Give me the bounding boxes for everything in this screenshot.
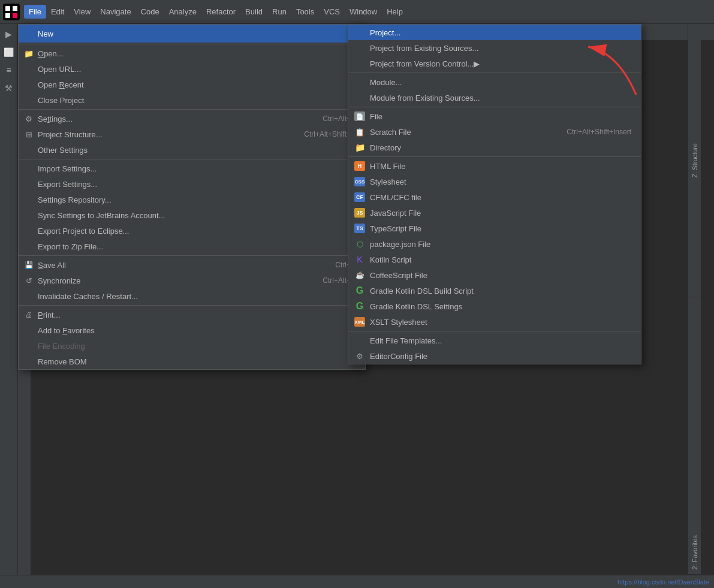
menu-item-import-settings[interactable]: Import Settings... — [19, 161, 365, 176]
menu-run[interactable]: Run — [267, 5, 291, 19]
coffeescript-label: CoffeeScript File — [370, 271, 427, 280]
menu-item-print[interactable]: 🖨 Print... — [19, 307, 365, 322]
submenu-item-coffeescript[interactable]: ☕ CoffeeScript File — [348, 267, 641, 283]
kotlin-icon: K — [353, 253, 366, 266]
menu-item-add-favorites[interactable]: Add to Favorites ▶ — [19, 322, 365, 338]
submenu-item-directory[interactable]: 📁 Directory — [348, 140, 641, 155]
html-icon: H — [353, 159, 366, 173]
stylesheet-label: Stylesheet — [370, 177, 406, 186]
submenu-item-xslt[interactable]: XML XSLT Stylesheet — [348, 314, 641, 330]
menu-item-project-structure[interactable]: ⊞ Project Structure... Ctrl+Alt+Shift+S — [19, 126, 365, 142]
menu-item-export-settings[interactable]: Export Settings... — [19, 176, 365, 192]
coffee-icon: ☕ — [353, 269, 366, 282]
separator-2 — [19, 109, 365, 110]
menu-item-settings[interactable]: ⚙ Settings... Ctrl+Alt+S — [19, 111, 365, 126]
menu-item-export-eclipse[interactable]: Export Project to Eclipse... — [19, 223, 365, 239]
scratch-file-shortcut: Ctrl+Alt+Shift+Insert — [567, 128, 631, 136]
scratch-file-label: Scratch File — [370, 128, 411, 137]
submenu-item-html[interactable]: H HTML File — [348, 158, 641, 174]
file-encoding-label: File Encoding — [38, 342, 85, 351]
submenu-item-kotlin-script[interactable]: K Kotlin Script — [348, 252, 641, 267]
sidebar-icon-3[interactable]: ≡ — [1, 62, 17, 78]
menu-code[interactable]: Code — [136, 5, 164, 19]
submenu-item-module-existing[interactable]: Module from Existing Sources... — [348, 90, 641, 105]
export-zip-label: Export to Zip File... — [38, 242, 103, 251]
submenu-item-gradle-build[interactable]: G Gradle Kotlin DSL Build Script — [348, 283, 641, 298]
sidebar-icon-4[interactable]: ⚒ — [1, 80, 17, 96]
sidebar-icon-2[interactable]: ⬜ — [1, 44, 17, 60]
favorites-section[interactable]: 2: Favorites — [688, 297, 701, 575]
package-json-label: package.json File — [370, 240, 430, 249]
module-existing-label: Module from Existing Sources... — [370, 94, 480, 102]
menu-item-new[interactable]: New ▶ — [19, 25, 365, 43]
menu-item-export-zip[interactable]: Export to Zip File... — [19, 239, 365, 254]
app-logo — [2, 3, 20, 21]
status-bar: https://blog.csdn.net/DaenSlate — [0, 575, 714, 588]
menu-window[interactable]: Window — [345, 5, 382, 19]
sync-icon: ↺ — [23, 275, 34, 286]
menu-help[interactable]: Help — [382, 5, 408, 19]
submenu-item-editorconfig[interactable]: ⚙ EditorConfig File — [348, 348, 641, 364]
print-icon: 🖨 — [23, 309, 34, 320]
sub-separator-2 — [348, 107, 641, 107]
menu-build[interactable]: Build — [240, 5, 267, 19]
menu-edit[interactable]: Edit — [46, 5, 69, 19]
import-settings-label: Import Settings... — [38, 164, 97, 173]
submenu-item-gradle-settings[interactable]: G Gradle Kotlin DSL Settings — [348, 298, 641, 314]
structure-section[interactable]: Z: Structure — [688, 24, 701, 297]
menu-item-sync-settings[interactable]: Sync Settings to JetBrains Account... — [19, 207, 365, 223]
separator-1 — [19, 44, 365, 44]
favorites-sidebar: Z: Structure 2: Favorites — [688, 24, 701, 575]
menu-item-open[interactable]: 📁 Open... — [19, 46, 365, 61]
menu-item-synchronize[interactable]: ↺ Synchronize Ctrl+Alt+Y — [19, 273, 365, 288]
xslt-label: XSLT Stylesheet — [370, 318, 427, 327]
menu-item-remove-bom[interactable]: Remove BOM — [19, 354, 365, 369]
sidebar-icon-1[interactable]: ▶ — [1, 26, 17, 42]
menu-item-other-settings[interactable]: Other Settings ▶ — [19, 142, 365, 158]
remove-bom-label: Remove BOM — [38, 357, 87, 366]
synchronize-label: Synchronize — [38, 276, 81, 285]
submenu-item-javascript[interactable]: JS JavaScript File — [348, 205, 641, 221]
sync-settings-label: Sync Settings to JetBrains Account... — [38, 211, 165, 220]
submenu-item-stylesheet[interactable]: CSS Stylesheet — [348, 174, 641, 189]
open-label: O — [38, 49, 44, 58]
submenu-item-project-vcs[interactable]: Project from Version Control... ▶ — [348, 56, 641, 71]
submenu-item-cfml[interactable]: CF CFML/CFC file — [348, 189, 641, 205]
submenu-item-file[interactable]: 📄 File — [348, 108, 641, 124]
other-settings-label: Other Settings — [38, 146, 88, 155]
menu-item-close-project[interactable]: Close Project — [19, 92, 365, 108]
gradle-build-icon: G — [353, 284, 366, 297]
menu-tools[interactable]: Tools — [291, 5, 319, 19]
menu-refactor[interactable]: Refactor — [201, 5, 240, 19]
menu-item-open-url[interactable]: Open URL... — [19, 61, 365, 77]
submenu-item-typescript[interactable]: TS TypeScript File — [348, 221, 641, 236]
menu-view[interactable]: View — [69, 5, 95, 19]
invalidate-caches-label: Invalidate Caches / Restart... — [38, 292, 138, 301]
directory-label: Directory — [370, 143, 401, 152]
menu-analyze[interactable]: Analyze — [164, 5, 201, 19]
menu-navigate[interactable]: Navigate — [95, 5, 135, 19]
menu-file[interactable]: File — [24, 5, 46, 19]
svg-rect-4 — [13, 13, 17, 18]
save-icon: 💾 — [23, 260, 34, 270]
submenu-item-package-json[interactable]: ⬡ package.json File — [348, 236, 641, 252]
submenu-item-edit-templates[interactable]: Edit File Templates... — [348, 333, 641, 348]
menu-item-save-all[interactable]: 💾 Save All Ctrl+S — [19, 257, 365, 273]
menu-item-invalidate-caches[interactable]: Invalidate Caches / Restart... — [19, 288, 365, 304]
kotlin-script-label: Kotlin Script — [370, 255, 411, 264]
css-icon: CSS — [353, 175, 366, 188]
file-label: File — [370, 112, 382, 121]
menu-item-open-recent[interactable]: Open Recent ▶ — [19, 77, 365, 92]
folder-icon: 📁 — [23, 48, 34, 59]
menu-item-settings-repo[interactable]: Settings Repository... — [19, 192, 365, 207]
submenu-item-scratch-file[interactable]: 📋 Scratch File Ctrl+Alt+Shift+Insert — [348, 124, 641, 140]
submenu-item-project[interactable]: Project... — [348, 25, 641, 40]
submenu-item-project-existing[interactable]: Project from Existing Sources... — [348, 40, 641, 56]
export-settings-label: Export Settings... — [38, 180, 97, 189]
cf-icon: CF — [353, 191, 366, 204]
editorconfig-label: EditorConfig File — [370, 352, 427, 361]
html-label: HTML File — [370, 162, 405, 171]
menu-vcs[interactable]: VCS — [319, 5, 345, 19]
submenu-item-module[interactable]: Module... — [348, 74, 641, 90]
gradle-settings-label: Gradle Kotlin DSL Settings — [370, 302, 462, 311]
